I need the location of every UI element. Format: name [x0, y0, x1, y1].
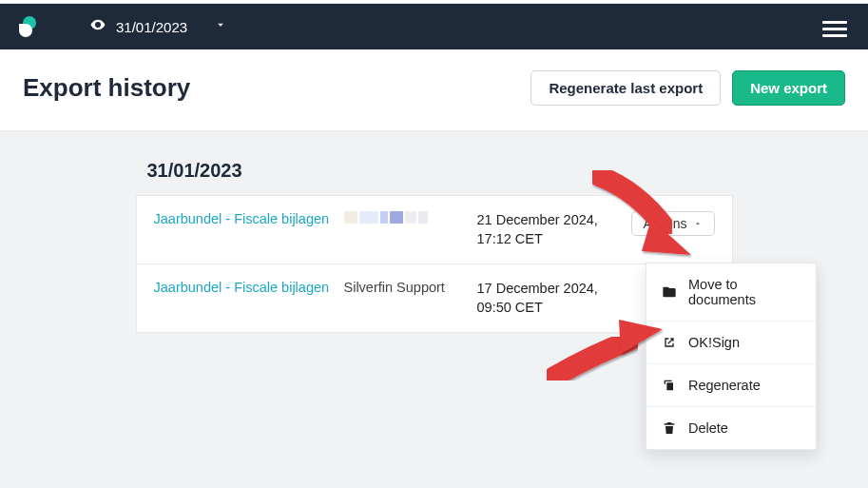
trash-icon [662, 420, 677, 436]
export-user: Silverfin Support [344, 280, 477, 295]
menu-label: OK!Sign [688, 335, 740, 350]
page-title: Export history [23, 73, 519, 103]
export-link[interactable]: Jaarbundel - Fiscale bijlagen [154, 211, 344, 226]
redacted-user-placeholder [344, 211, 428, 224]
annotation-arrow [585, 162, 699, 266]
menu-item-oksign[interactable]: OK!Sign [646, 322, 816, 364]
menu-hamburger-button[interactable] [822, 17, 847, 41]
page-header: Export history Regenerate last export Ne… [0, 49, 868, 131]
regenerate-last-export-button[interactable]: Regenerate last export [530, 70, 721, 106]
export-user [344, 211, 477, 226]
top-nav: 31/01/2023 [0, 4, 868, 49]
menu-item-move-to-documents[interactable]: Move to documents [646, 264, 816, 322]
menu-label: Delete [688, 420, 728, 436]
menu-label: Move to documents [688, 277, 800, 307]
menu-item-delete[interactable]: Delete [646, 407, 816, 449]
chevron-down-icon[interactable] [214, 18, 227, 35]
export-link[interactable]: Jaarbundel - Fiscale bijlagen [154, 280, 344, 295]
nav-period-date[interactable]: 31/01/2023 [116, 19, 187, 35]
menu-label: Regenerate [688, 378, 761, 393]
new-export-button[interactable]: New export [732, 70, 845, 106]
app-logo[interactable] [17, 16, 38, 37]
folder-icon [662, 284, 677, 300]
annotation-arrow [537, 308, 670, 394]
menu-item-regenerate[interactable]: Regenerate [646, 364, 816, 407]
visibility-icon [89, 16, 106, 37]
actions-dropdown-menu: Move to documents OK!Sign Regenerate Del… [646, 263, 817, 450]
svg-point-0 [97, 24, 100, 27]
